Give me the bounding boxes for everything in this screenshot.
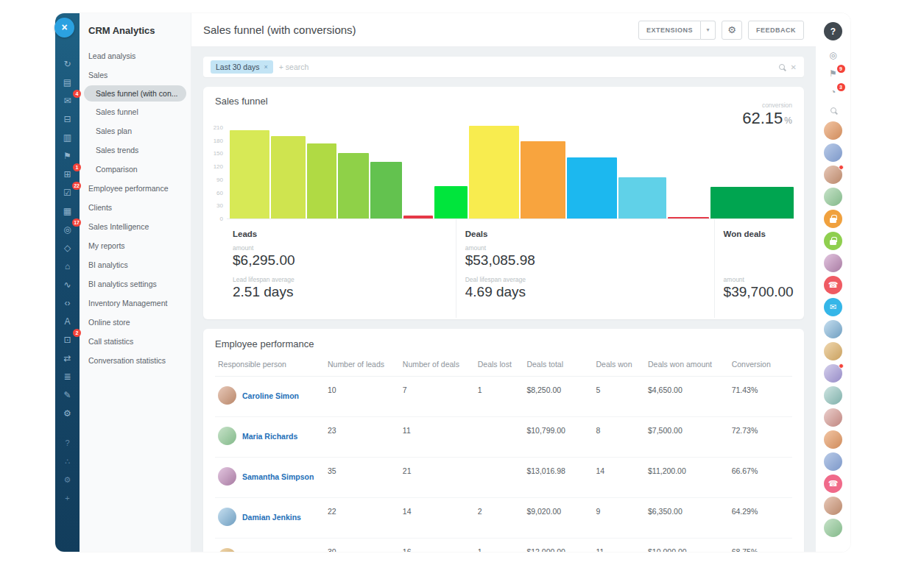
table-cell: $9,020.00 xyxy=(523,498,593,539)
extensions-button[interactable]: EXTENSIONS xyxy=(638,21,701,40)
user-avatar[interactable] xyxy=(824,188,842,206)
online-store-icon[interactable]: ≣ xyxy=(58,367,77,385)
messenger-icon[interactable]: ✉4 xyxy=(58,91,77,110)
workgroups-icon[interactable]: ⚑ xyxy=(58,146,77,165)
sidebar-item-sales[interactable]: Sales xyxy=(80,65,191,85)
live-feed-icon[interactable]: ▤ xyxy=(58,73,77,91)
funnel-bar-2[interactable] xyxy=(271,136,306,218)
funnel-bar-12[interactable] xyxy=(668,217,709,218)
person-name-link[interactable]: Damian Jenkins xyxy=(242,513,301,522)
user-avatar[interactable] xyxy=(824,342,842,360)
analytics-icon[interactable]: ∿ xyxy=(58,275,77,294)
support-icon[interactable]: ☎ xyxy=(824,475,842,493)
extensions-caret-button[interactable]: ▾ xyxy=(701,21,716,40)
filter-chip-last-30-days[interactable]: Last 30 days × xyxy=(211,60,273,74)
crm-icon[interactable]: ▦ xyxy=(58,202,77,220)
sidebar-item-bi-analytics[interactable]: BI analytics xyxy=(80,255,191,274)
funnel-bar-6[interactable] xyxy=(403,216,433,218)
live-feed-glyph: ▤ xyxy=(63,78,71,87)
person-name-link[interactable]: Samantha Simpson xyxy=(242,472,314,481)
chat-bot-icon[interactable]: ✉ xyxy=(824,298,842,316)
sidebar-item-sales-intelligence[interactable]: Sales Intelligence xyxy=(80,217,191,236)
feedback-button[interactable]: FEEDBACK xyxy=(748,21,804,40)
sidebar-item-comparison[interactable]: Comparison xyxy=(80,160,191,179)
sidebar-item-call-statistics[interactable]: Call statistics xyxy=(80,332,191,351)
user-avatar[interactable] xyxy=(824,166,842,184)
user-avatar[interactable] xyxy=(824,452,842,471)
preferences-icon[interactable]: ⚙ xyxy=(58,471,77,489)
sidebar-item-sales-funnel[interactable]: Sales funnel xyxy=(80,102,191,121)
sidebar-item-sales-trends[interactable]: Sales trends xyxy=(80,141,191,160)
sidebar-item-bi-analytics-settings[interactable]: BI analytics settings xyxy=(80,274,191,294)
user-avatar[interactable] xyxy=(824,320,842,338)
funnel-bar-11[interactable] xyxy=(618,177,666,218)
search-icon[interactable] xyxy=(826,103,841,118)
marketing-icon[interactable]: ◎17 xyxy=(58,220,77,238)
open-channel-icon[interactable] xyxy=(824,232,842,250)
chip-close-icon[interactable]: × xyxy=(264,63,268,71)
table-cell: 14 xyxy=(593,458,645,498)
user-avatar[interactable] xyxy=(824,497,842,515)
company-icon[interactable]: ✎ xyxy=(58,385,77,404)
funnel-bar-5[interactable] xyxy=(370,162,403,218)
user-avatar[interactable] xyxy=(824,519,842,537)
sidebar-item-conversation-statistics[interactable]: Conversation statistics xyxy=(80,351,191,370)
help-icon[interactable]: ? xyxy=(824,22,842,40)
sidebar-item-employee-performance[interactable]: Employee performance xyxy=(80,179,191,198)
search-glyph xyxy=(830,107,836,113)
sidebar-item-sales-funnel-with-con[interactable]: Sales funnel (with con... xyxy=(84,85,186,102)
avatar xyxy=(218,386,236,405)
funnel-bar-10[interactable] xyxy=(567,157,616,218)
metric-label: Deal lifespan average xyxy=(465,276,714,283)
sidebar-item-online-store[interactable]: Online store xyxy=(80,313,191,332)
community-icon[interactable]: ∴ xyxy=(58,452,77,471)
user-avatar[interactable] xyxy=(824,408,842,427)
add-icon[interactable]: + xyxy=(58,489,77,508)
ai-icon[interactable]: A xyxy=(58,312,77,330)
funnel-bar-1[interactable] xyxy=(230,130,269,218)
calendar-icon[interactable]: ⊞1 xyxy=(58,165,77,183)
person-name-link[interactable]: Maria Richards xyxy=(242,432,297,441)
funnel-bar-7[interactable] xyxy=(434,186,468,218)
user-avatar[interactable] xyxy=(824,364,842,383)
sidebar-item-clients[interactable]: Clients xyxy=(80,198,191,217)
search-icon[interactable] xyxy=(779,64,785,70)
notifications-icon[interactable]: ⚑9 xyxy=(826,66,841,81)
search-input[interactable] xyxy=(279,63,773,71)
user-avatar[interactable] xyxy=(824,254,842,272)
user-avatar[interactable] xyxy=(824,386,842,405)
user-avatar[interactable] xyxy=(824,121,842,140)
funnel-bar-13[interactable] xyxy=(710,187,794,218)
updates-icon[interactable]: ◎ xyxy=(826,48,841,63)
settings-button[interactable]: ⚙ xyxy=(722,21,742,40)
online-dot xyxy=(839,165,844,170)
user-avatar[interactable] xyxy=(824,143,842,162)
mail-icon[interactable]: ⌂ xyxy=(58,257,77,275)
drive-icon[interactable]: ▥ xyxy=(58,128,77,146)
funnel-bar-8[interactable] xyxy=(469,126,518,218)
market-icon[interactable]: ⚙ xyxy=(58,404,77,422)
automation-icon[interactable]: ‹› xyxy=(58,294,77,312)
help-icon[interactable]: ? xyxy=(58,434,77,452)
clear-filter-icon[interactable]: ✕ xyxy=(791,63,797,71)
sidebar-item-inventory-management[interactable]: Inventory Management xyxy=(80,294,191,313)
sidebar-item-my-reports[interactable]: My reports xyxy=(80,236,191,255)
tasks-icon[interactable]: ☑22 xyxy=(58,183,77,202)
sidebar-item-sales-plan[interactable]: Sales plan xyxy=(80,121,191,141)
sidebar-item-lead-analysis[interactable]: Lead analysis xyxy=(80,46,191,65)
workflows-icon[interactable]: ⊡2 xyxy=(58,330,77,349)
documents-icon[interactable]: ⊟ xyxy=(58,110,77,128)
telephony-icon[interactable]: ☎ xyxy=(824,276,842,294)
funnel-bar-9[interactable] xyxy=(521,141,566,218)
funnel-bar-4[interactable] xyxy=(338,153,369,218)
funnel-bar-3[interactable] xyxy=(307,143,336,218)
sites-icon[interactable]: ◇ xyxy=(58,238,77,257)
exchange-icon[interactable]: ⇄ xyxy=(58,349,77,367)
planner-icon[interactable]: ◔3 xyxy=(826,85,841,99)
filter-bar[interactable]: Last 30 days × ✕ xyxy=(203,57,804,77)
person-name-link[interactable]: Caroline Simon xyxy=(242,391,299,400)
user-avatar[interactable] xyxy=(824,430,842,449)
close-button[interactable]: × xyxy=(54,18,74,38)
private-channel-icon[interactable] xyxy=(824,210,842,228)
pulse-icon[interactable]: ↻ xyxy=(58,54,77,73)
